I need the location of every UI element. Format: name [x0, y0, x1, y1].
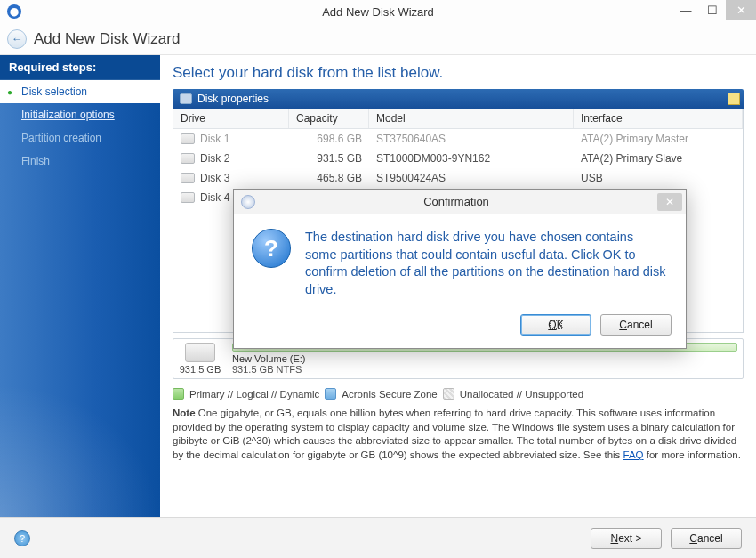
properties-toggle-icon[interactable] [728, 93, 740, 105]
disk-size: 931.5 GB [180, 364, 221, 375]
legend-secure-icon [325, 388, 336, 400]
help-button[interactable]: ? [14, 530, 30, 546]
app-icon: ⬤ [7, 4, 21, 19]
sidebar: Required steps: Disk selection Initializ… [0, 55, 160, 517]
cell-drive: Disk 3 [200, 172, 229, 184]
dialog-title: Confirmation [255, 195, 657, 208]
col-capacity[interactable]: Capacity [289, 109, 369, 128]
confirmation-dialog: Confirmation ✕ ? The destination hard di… [233, 189, 687, 349]
cancel-button[interactable]: Cancel [671, 528, 742, 549]
legend-secure-label: Acronis Secure Zone [342, 389, 437, 400]
table-header: Drive Capacity Model Interface [173, 109, 743, 129]
col-model[interactable]: Model [369, 109, 574, 128]
cell-interface: ATA(2) Primary Master [574, 131, 743, 147]
note: Note One gigabyte, or GB, equals one bil… [173, 407, 744, 462]
cell-interface: ATA(2) Primary Slave [574, 150, 743, 166]
cell-interface: USB [574, 170, 743, 186]
partition-name: New Volume (E:) [232, 353, 737, 364]
question-icon: ? [252, 229, 291, 268]
section-title: Disk properties [197, 93, 269, 105]
close-button[interactable]: ✕ [726, 0, 756, 20]
sidebar-item-disk-selection[interactable]: Disk selection [0, 80, 160, 103]
wizard-header: ← Add New Disk Wizard [0, 23, 756, 55]
cell-capacity: 465.8 GB [289, 170, 369, 186]
dialog-body: ? The destination hard disk drive you ha… [234, 214, 686, 307]
sidebar-item-label: Finish [21, 155, 50, 167]
dialog-close-button[interactable]: ✕ [657, 193, 682, 211]
cell-model: ST3750640AS [369, 131, 574, 147]
legend-primary-label: Primary // Logical // Dynamic [189, 389, 319, 400]
sidebar-item-finish[interactable]: Finish [0, 150, 160, 173]
disk-icon [181, 173, 195, 183]
partition-detail: 931.5 GB NTFS [232, 364, 737, 375]
footer: ? Next > Cancel [0, 517, 756, 558]
disk-icon [181, 153, 195, 164]
dialog-ok-button[interactable]: OK [520, 314, 591, 336]
sidebar-item-initialization-options[interactable]: Initialization options [0, 103, 160, 126]
dialog-cancel-button[interactable]: Cancel [600, 314, 672, 336]
disk-icon [181, 133, 195, 144]
cell-drive: Disk 2 [200, 152, 229, 165]
sidebar-item-partition-creation[interactable]: Partition creation [0, 126, 160, 150]
dialog-app-icon [241, 195, 255, 209]
window-title: Add New Disk Wizard [322, 5, 434, 19]
legend: Primary // Logical // Dynamic Acronis Se… [173, 388, 744, 400]
sidebar-header: Required steps: [0, 55, 160, 80]
table-row[interactable]: Disk 1 698.6 GB ST3750640AS ATA(2) Prima… [173, 129, 743, 149]
cell-drive: Disk 1 [200, 133, 229, 145]
legend-unallocated-icon [443, 388, 454, 400]
dialog-footer: OK Cancel [234, 307, 686, 348]
next-button[interactable]: Next > [591, 528, 662, 549]
faq-link[interactable]: FAQ [623, 449, 644, 460]
note-after: for more information. [644, 449, 741, 460]
back-button[interactable]: ← [7, 29, 27, 49]
cell-model: ST1000DM003-9YN162 [369, 150, 574, 166]
titlebar: ⬤ Add New Disk Wizard — ☐ ✕ [0, 0, 756, 23]
minimize-button[interactable]: — [672, 0, 699, 20]
col-interface[interactable]: Interface [574, 109, 743, 128]
drive-large-icon [185, 343, 215, 362]
note-label: Note [173, 408, 196, 418]
drive-icon [180, 93, 192, 104]
window-controls: — ☐ ✕ [672, 0, 756, 20]
legend-unallocated-label: Unallocated // Unsupported [460, 389, 583, 400]
disk-label-box: 931.5 GB [173, 339, 227, 378]
table-row[interactable]: Disk 3 465.8 GB ST9500424AS USB [173, 168, 743, 188]
dialog-titlebar: Confirmation ✕ [234, 190, 686, 214]
sidebar-item-label: Partition creation [21, 132, 101, 144]
cell-model: ST9500424AS [369, 170, 574, 186]
disk-properties-header: Disk properties [173, 89, 744, 109]
disk-icon [181, 192, 195, 203]
wizard-title: Add New Disk Wizard [34, 30, 180, 48]
table-row[interactable]: Disk 2 931.5 GB ST1000DM003-9YN162 ATA(2… [173, 149, 743, 168]
legend-primary-icon [173, 388, 184, 400]
page-title: Select your hard disk from the list belo… [173, 64, 744, 82]
cell-drive: Disk 4 [200, 191, 229, 204]
cell-capacity: 931.5 GB [289, 150, 369, 166]
maximize-button[interactable]: ☐ [699, 0, 726, 20]
col-drive[interactable]: Drive [173, 109, 289, 128]
cell-capacity: 698.6 GB [289, 131, 369, 147]
sidebar-item-label: Disk selection [21, 85, 87, 98]
sidebar-item-label: Initialization options [21, 109, 115, 121]
dialog-message: The destination hard disk drive you have… [305, 229, 668, 298]
